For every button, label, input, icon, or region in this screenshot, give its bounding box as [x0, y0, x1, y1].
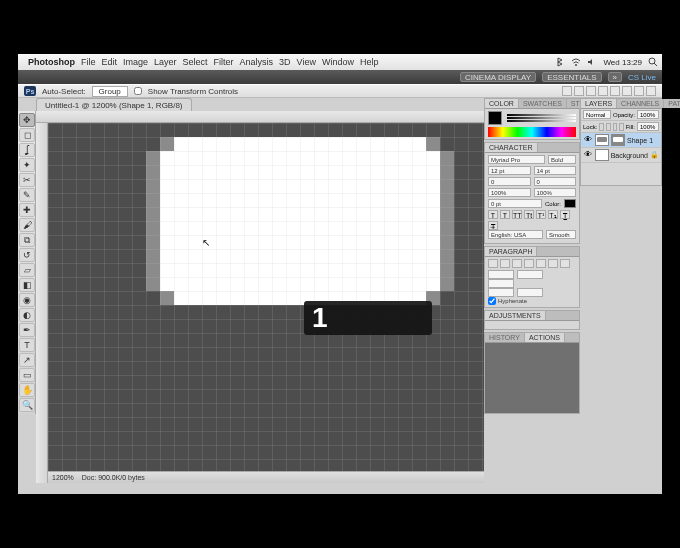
lasso-tool-icon[interactable]: ʆ	[19, 143, 35, 157]
menu-view[interactable]: View	[297, 57, 316, 67]
tab-adjustments[interactable]: ADJUSTMENTS	[485, 311, 546, 320]
tab-character[interactable]: CHARACTER	[485, 143, 538, 152]
menu-layer[interactable]: Layer	[154, 57, 177, 67]
align-hcenter-icon[interactable]	[574, 86, 584, 96]
wifi-icon[interactable]	[571, 57, 581, 67]
para-justify-last-left-icon[interactable]	[524, 259, 534, 268]
indent-first-field[interactable]	[488, 279, 514, 288]
menu-analysis[interactable]: Analysis	[240, 57, 274, 67]
opacity-field[interactable]: 100%	[637, 110, 659, 119]
lock-position-icon[interactable]	[613, 123, 618, 131]
layer-row-shape1[interactable]: 👁 Shape 1	[581, 133, 661, 148]
foreground-swatch[interactable]	[488, 111, 502, 125]
menu-file[interactable]: File	[81, 57, 96, 67]
move-tool-icon[interactable]: ✥	[19, 113, 35, 127]
language-field[interactable]: English: USA	[488, 230, 543, 239]
zoom-tool-icon[interactable]: 🔍	[19, 398, 35, 412]
workspace-essentials[interactable]: ESSENTIALS	[542, 72, 601, 82]
faux-italic-icon[interactable]: T	[500, 210, 510, 219]
doc-info[interactable]: Doc: 900.0K/0 bytes	[82, 474, 145, 481]
menu-3d[interactable]: 3D	[279, 57, 291, 67]
canvas-grid[interactable]: ↖ 1	[48, 123, 484, 471]
hyphenate-checkbox[interactable]	[488, 297, 496, 305]
pen-tool-icon[interactable]: ✒	[19, 323, 35, 337]
para-align-right-icon[interactable]	[512, 259, 522, 268]
horizontal-ruler[interactable]	[36, 111, 484, 123]
layer-name[interactable]: Background	[611, 152, 648, 159]
ps-logo-icon[interactable]: Ps	[24, 86, 36, 96]
blend-mode-select[interactable]: Normal	[583, 110, 611, 119]
tab-actions[interactable]: ACTIONS	[525, 333, 565, 342]
tab-swatches[interactable]: SWATCHES	[519, 99, 567, 108]
align-right-icon[interactable]	[586, 86, 596, 96]
actions-body[interactable]	[485, 343, 579, 413]
shape-tool-icon[interactable]: ▭	[19, 368, 35, 382]
lock-all-icon[interactable]	[619, 123, 624, 131]
para-align-center-icon[interactable]	[500, 259, 510, 268]
crop-tool-icon[interactable]: ✂	[19, 173, 35, 187]
vertical-ruler[interactable]	[36, 123, 48, 483]
show-transform-checkbox[interactable]	[134, 87, 142, 95]
tab-channels[interactable]: CHANNELS	[617, 99, 664, 108]
subscript-icon[interactable]: T₁	[548, 210, 558, 219]
menu-select[interactable]: Select	[183, 57, 208, 67]
align-vcenter-icon[interactable]	[610, 86, 620, 96]
font-size-field[interactable]: 12 pt	[488, 166, 531, 175]
visibility-icon[interactable]: 👁	[583, 135, 593, 145]
spectrum-bar[interactable]	[488, 127, 576, 137]
allcaps-icon[interactable]: TT	[512, 210, 522, 219]
tab-paragraph[interactable]: PARAGRAPH	[485, 247, 537, 256]
aa-field[interactable]: Smooth	[546, 230, 576, 239]
layer-thumb[interactable]	[595, 149, 609, 161]
dodge-tool-icon[interactable]: ◐	[19, 308, 35, 322]
workspace-cinema[interactable]: CINEMA DISPLAY	[460, 72, 536, 82]
cs-live-button[interactable]: CS Live	[628, 73, 656, 82]
auto-select-dropdown[interactable]: Group	[92, 86, 128, 97]
tab-color[interactable]: COLOR	[485, 99, 519, 108]
align-top-icon[interactable]	[598, 86, 608, 96]
layer-name[interactable]: Shape 1	[627, 137, 653, 144]
underline-icon[interactable]: T̲	[560, 210, 570, 219]
menu-help[interactable]: Help	[360, 57, 379, 67]
heal-tool-icon[interactable]: ✚	[19, 203, 35, 217]
volume-icon[interactable]	[587, 57, 597, 67]
marquee-tool-icon[interactable]: ◻	[19, 128, 35, 142]
blur-tool-icon[interactable]: ◉	[19, 293, 35, 307]
font-family-field[interactable]: Myriad Pro	[488, 155, 545, 164]
canvas-viewport[interactable]: ↖ 1 1200% Doc: 900.0K/0 bytes	[36, 111, 484, 483]
path-tool-icon[interactable]: ↗	[19, 353, 35, 367]
tracking-field[interactable]: 0	[534, 177, 577, 186]
bluetooth-icon[interactable]	[555, 57, 565, 67]
eyedropper-tool-icon[interactable]: ✎	[19, 188, 35, 202]
color-sliders[interactable]	[507, 114, 576, 122]
hscale-field[interactable]: 100%	[534, 188, 577, 197]
app-name[interactable]: Photoshop	[28, 57, 75, 67]
tab-paths[interactable]: PATHS	[664, 99, 680, 108]
indent-left-field[interactable]	[488, 270, 514, 279]
menu-filter[interactable]: Filter	[214, 57, 234, 67]
fill-field[interactable]: 100%	[637, 122, 659, 131]
distribute-v-icon[interactable]	[646, 86, 656, 96]
document-tab[interactable]: Untitled-1 @ 1200% (Shape 1, RGB/8)	[36, 98, 192, 111]
tab-layers[interactable]: LAYERS	[581, 99, 617, 108]
layer-thumb[interactable]	[595, 134, 609, 146]
tab-history[interactable]: HISTORY	[485, 333, 525, 342]
wand-tool-icon[interactable]: ✦	[19, 158, 35, 172]
indent-right-field[interactable]	[517, 270, 543, 279]
lock-pixels-icon[interactable]	[606, 123, 611, 131]
layer-mask-thumb[interactable]	[611, 134, 625, 146]
para-justify-last-right-icon[interactable]	[548, 259, 558, 268]
strike-icon[interactable]: T̶	[488, 221, 498, 230]
brush-tool-icon[interactable]: 🖌	[19, 218, 35, 232]
align-left-icon[interactable]	[562, 86, 572, 96]
history-brush-tool-icon[interactable]: ↺	[19, 248, 35, 262]
align-bottom-icon[interactable]	[622, 86, 632, 96]
font-style-field[interactable]: Bold	[548, 155, 576, 164]
eraser-tool-icon[interactable]: ▱	[19, 263, 35, 277]
space-after-field[interactable]	[517, 288, 543, 297]
para-justify-last-center-icon[interactable]	[536, 259, 546, 268]
para-justify-all-icon[interactable]	[560, 259, 570, 268]
gradient-tool-icon[interactable]: ◧	[19, 278, 35, 292]
space-before-field[interactable]	[488, 288, 514, 297]
menu-window[interactable]: Window	[322, 57, 354, 67]
